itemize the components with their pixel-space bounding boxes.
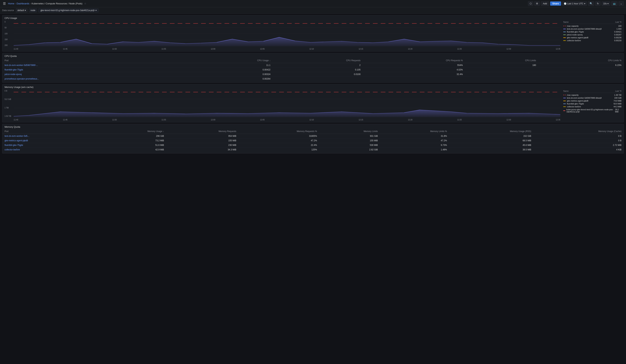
refresh-interval-picker[interactable]: 10s ▾	[602, 1, 610, 6]
mem-legend-row[interactable]: kube-proxy-gke-leovct-test-02-g-highmem-…	[563, 108, 622, 113]
timezone-label: UTC	[579, 2, 584, 5]
data-source-value: default	[17, 9, 24, 12]
memory-usage-title: Memory Usage (w/o cache)	[2, 84, 624, 89]
mem-legend-row[interactable]: fluentbit-gke-75gdx50.9 MiB	[563, 102, 622, 105]
mem-legend-name-col: Name	[563, 90, 569, 92]
memory-usage-plot	[14, 90, 560, 117]
refresh-chevron: ▾	[607, 2, 609, 5]
breadcrumb-page: Kubernetes / Compute Resources / Node (P…	[32, 2, 82, 5]
legend-last-col: Last *▾	[615, 21, 622, 23]
memory-quota-table: Pod Memory Usage ↓ Memory Requests Memor…	[2, 129, 624, 152]
breadcrumb-sep1: ›	[15, 2, 16, 5]
breadcrumb: Home › Dashboards › Kubernetes / Compute…	[8, 2, 86, 5]
time-range-label: Last 1 hour	[567, 2, 578, 5]
memory-quota-header-row: Pod Memory Usage ↓ Memory Requests Memor…	[2, 129, 624, 134]
main-content: CPU Usage 200 150 100 50 0	[0, 14, 626, 155]
star-icon[interactable]: ☆	[84, 2, 86, 5]
memory-usage-chart-container: 1.50 TiB 1 TiB 512 GiB 0 B	[2, 89, 624, 122]
cpu-quota-header-row: Pod CPU Usage ↓ CPU Requests CPU Request…	[2, 58, 624, 63]
memory-quota-title: Memory Quota	[2, 124, 624, 129]
cpu-quota-panel: CPU Quota Pod CPU Usage ↓ CPU Requests C…	[2, 53, 624, 83]
cpu-usage-legend: Name Last *▾ max capacity180test-zk-evm-…	[563, 21, 622, 50]
table-row: test-zk-evm-worker-5d5...296 GiB954 MiB3…	[2, 134, 624, 138]
cpu-legend-row[interactable]: pdcsi-node-vpvvq0.00297	[563, 33, 622, 36]
table-row: collector-bw5mr42.9 MiB34.3 MiB125%2.82 …	[2, 147, 624, 152]
col-mem-limits: Memory Limits	[319, 129, 380, 134]
cpu-legend-row[interactable]: max capacity180	[563, 25, 622, 28]
clock-icon: 🕐	[564, 2, 567, 5]
share-button[interactable]: Share	[550, 1, 561, 6]
col-mem-requests-pct: Memory Requests %	[238, 129, 319, 134]
col-mem-pod: Pod	[2, 129, 98, 134]
zoom-out-icon-btn[interactable]: 🔍	[588, 1, 594, 6]
table-row: test-zk-evm-worker-5d5967986f-...11.1255…	[2, 63, 624, 67]
cpu-usage-svg	[14, 21, 560, 46]
cpu-usage-x-axis: 11:40 11:45 11:50 11:55 12:00 12:05 12:1…	[14, 48, 560, 50]
col-cpu-requests: CPU Requests	[273, 58, 363, 63]
col-cpu-usage: CPU Usage ↓	[188, 58, 273, 63]
cpu-legend-row[interactable]: gke-metrics-agent-jqkd80.00236	[563, 36, 622, 39]
memory-usage-legend-header: Name Last *▾	[563, 90, 622, 93]
col-cpu-requests-pct: CPU Requests %	[363, 58, 465, 63]
col-mem-cache: Memory Usage (Cache)	[533, 129, 624, 134]
settings-icon-btn[interactable]: ⚙	[534, 1, 540, 6]
mem-legend-row[interactable]: max capacity1.38 TiB	[563, 94, 622, 97]
cpu-usage-chart-container: 200 150 100 50 0	[2, 20, 624, 51]
mem-legend-row[interactable]: gke-metrics-agent-jqkd874.8 MiB	[563, 99, 622, 102]
memory-usage-legend: Name Last *▾ max capacity1.38 TiBtest-zk…	[563, 90, 622, 121]
memory-quota-table-container: Pod Memory Usage ↓ Memory Requests Memor…	[2, 129, 624, 153]
node-filter-label: node	[29, 8, 37, 12]
table-row: prometheus-operator-prometheus...0.00264	[2, 77, 624, 81]
cpu-usage-plot	[14, 21, 560, 46]
filterbar: Data source default ▾ node gke-leovct-te…	[0, 7, 626, 14]
topbar-right: ⬡ ⚙ Add Share 🕐 Last 1 hour UTC ▾ 🔍 ↻ 10…	[528, 1, 624, 6]
memory-quota-panel: Memory Quota Pod Memory Usage ↓ Memory R…	[2, 124, 624, 154]
node-chevron: ▾	[95, 9, 97, 12]
cpu-legend-row[interactable]: test-zk-evm-worker-5d5967986f-dkwq91.000	[563, 28, 622, 30]
refresh-icon-btn[interactable]: ↻	[595, 1, 601, 6]
table-row: pdcsi-node-vpvvq0.003240.010032.4%	[2, 72, 624, 77]
col-mem-rss: Memory Usage (RSS)	[449, 129, 533, 134]
col-cpu-limits: CPU Limits	[465, 58, 538, 63]
node-filter-value[interactable]: gke-leovct-test-02-g-highmem-node-poo-3a…	[38, 8, 98, 12]
cpu-usage-title: CPU Usage	[2, 15, 624, 20]
cpu-usage-chart: 200 150 100 50 0	[4, 21, 560, 50]
legend-name-col: Name	[563, 21, 569, 23]
breadcrumb-dashboards[interactable]: Dashboards	[17, 2, 29, 5]
cpu-usage-y-axis: 200 150 100 50 0	[4, 21, 14, 46]
mem-legend-row[interactable]: test-zk-evm-worker-5d5967986f-dkwq9190 G…	[563, 97, 622, 99]
data-source-select[interactable]: default ▾	[16, 8, 28, 12]
hamburger-icon[interactable]: ☰	[2, 1, 6, 6]
more-options-btn[interactable]: ⌄	[619, 1, 624, 6]
memory-usage-svg	[14, 90, 560, 117]
cpu-usage-legend-header: Name Last *▾	[563, 21, 622, 24]
cpu-quota-table-container: Pod CPU Usage ↓ CPU Requests CPU Request…	[2, 58, 624, 82]
topbar: ☰ Home › Dashboards › Kubernetes / Compu…	[0, 0, 626, 7]
tv-mode-btn[interactable]: 📺	[611, 1, 618, 6]
share-dashboard-icon-btn[interactable]: ⬡	[528, 1, 533, 6]
time-range-picker[interactable]: 🕐 Last 1 hour UTC ▾	[562, 1, 587, 6]
cpu-quota-title: CPU Quota	[2, 53, 624, 58]
refresh-interval-label: 10s	[603, 2, 607, 5]
breadcrumb-sep2: ›	[30, 2, 31, 5]
node-value-text: gke-leovct-test-02-g-highmem-node-poo-3a…	[40, 9, 95, 12]
col-mem-usage: Memory Usage ↓	[98, 129, 166, 134]
add-button[interactable]: Add	[541, 1, 549, 6]
col-pod: Pod	[2, 58, 188, 63]
cpu-legend-row[interactable]: fluentbit-gke-75gdx0.00421	[563, 30, 622, 33]
table-row: fluentbit-gke-75gdx51.6 MiB230 MiB22.4%5…	[2, 143, 624, 147]
breadcrumb-home[interactable]: Home	[8, 2, 14, 5]
memory-usage-y-axis: 1.50 TiB 1 TiB 512 GiB 0 B	[4, 90, 14, 117]
data-source-label: Data source	[2, 9, 14, 12]
table-row: gke-metrics-agent-jqkd873.2 MiB155 MiB47…	[2, 138, 624, 143]
memory-usage-panel: Memory Usage (w/o cache) 1.50 TiB 1 TiB …	[2, 84, 624, 122]
data-source-chevron: ▾	[25, 9, 26, 12]
col-mem-limits-pct: Memory Limits %	[380, 129, 449, 134]
mem-legend-row[interactable]: collector-bw5mr44.3 MiB	[563, 105, 622, 108]
cpu-quota-table: Pod CPU Usage ↓ CPU Requests CPU Request…	[2, 58, 624, 81]
time-chevron: ▾	[584, 2, 585, 5]
col-mem-requests: Memory Requests	[166, 129, 238, 134]
memory-usage-x-axis: 11:40 11:45 11:50 11:55 12:00 12:05 12:1…	[14, 119, 560, 121]
mem-legend-last-col: Last *▾	[615, 90, 622, 92]
cpu-legend-row[interactable]: collector-bw5mr0.00230	[563, 39, 622, 42]
